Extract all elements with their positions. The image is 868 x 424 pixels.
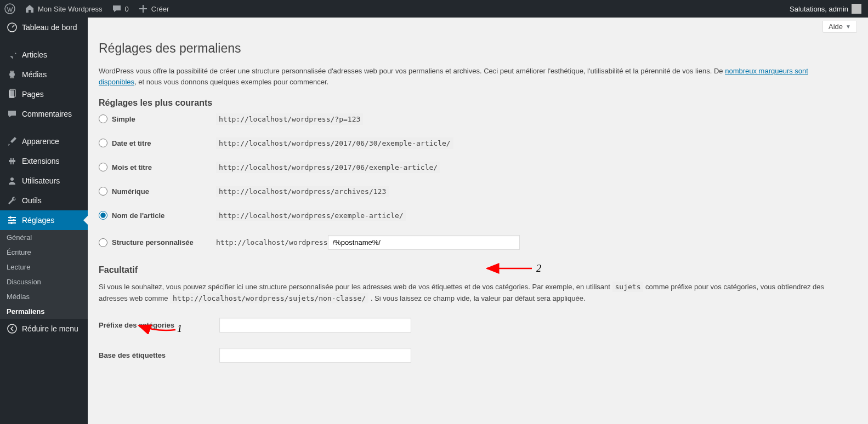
option-date: Date et titre http://localhost/wordpress… (99, 139, 857, 147)
sub-general[interactable]: Général (0, 230, 88, 245)
site-name: Mon Site Wordpress (38, 5, 103, 13)
menu-label: Médias (22, 70, 47, 79)
svg-point-8 (10, 222, 13, 224)
menu-label: Pages (22, 90, 44, 99)
tag-base-label: Base des étiquettes (99, 351, 219, 359)
menu-label: Apparence (22, 137, 59, 146)
users-icon (7, 175, 18, 186)
menu-label: Articles (22, 50, 47, 59)
optional-paragraph: Si vous le souhaitez, vous pouvez spécif… (99, 282, 833, 305)
menu-collapse[interactable]: Réduire le menu (0, 319, 88, 339)
media-icon (7, 69, 18, 80)
wrench-icon (7, 195, 18, 206)
dashboard-icon (7, 22, 18, 33)
radio-date[interactable] (99, 139, 107, 147)
create-label: Créer (151, 5, 169, 13)
option-label[interactable]: Simple (112, 115, 216, 123)
content-area: Aide ▼ Réglages des permaliens WordPress… (88, 18, 868, 424)
svg-point-6 (9, 216, 12, 219)
row-tag-base: Base des étiquettes (99, 348, 857, 363)
menu-label: Tableau de bord (22, 23, 77, 32)
category-prefix-input[interactable] (219, 318, 411, 333)
menu-appearance[interactable]: Apparence (0, 131, 88, 151)
option-month: Mois et titre http://localhost/wordpress… (99, 163, 857, 171)
option-label[interactable]: Structure personnalisée (112, 238, 216, 247)
svg-text:1: 1 (177, 323, 182, 334)
option-example: http://localhost/wordpress/archives/123 (216, 186, 389, 197)
comments-icon (7, 108, 18, 119)
opt-code-d: http://localhost/wordpress/sujets/non-cl… (170, 293, 368, 303)
radio-custom[interactable] (99, 238, 107, 247)
annotation-arrow-2: 2 (483, 262, 548, 275)
comments-link[interactable]: 0 (107, 0, 133, 18)
sliders-icon (7, 215, 18, 226)
option-example: http://localhost/wordpress/exemple-artic… (216, 210, 406, 221)
help-label: Aide (829, 22, 843, 31)
option-label[interactable]: Date et titre (112, 139, 216, 147)
settings-submenu: Général Écriture Lecture Discussion Médi… (0, 230, 88, 319)
common-heading: Réglages les plus courants (99, 98, 857, 108)
brush-icon (7, 136, 18, 147)
menu-tools[interactable]: Outils (0, 191, 88, 210)
menu-plugins[interactable]: Extensions (0, 151, 88, 171)
admin-toolbar: Mon Site Wordpress 0 Créer Salutations, … (0, 0, 868, 18)
row-category-prefix: Préfixe des catégories (99, 318, 857, 333)
option-label[interactable]: Nom de l'article (112, 211, 216, 220)
intro-paragraph: WordPress vous offre la possibilité de c… (99, 66, 833, 87)
svg-point-9 (8, 324, 16, 333)
svg-point-5 (10, 177, 14, 181)
menu-media[interactable]: Médias (0, 65, 88, 84)
help-tab[interactable]: Aide ▼ (822, 21, 857, 33)
opt-text-a: Si vous le souhaitez, vous pouvez spécif… (99, 283, 612, 291)
menu-dashboard[interactable]: Tableau de bord (0, 18, 88, 37)
menu-pages[interactable]: Pages (0, 84, 88, 104)
option-example: http://localhost/wordpress/2017/06/exemp… (216, 162, 440, 173)
option-custom: Structure personnalisée http://localhost… (99, 235, 857, 250)
site-name-link[interactable]: Mon Site Wordpress (20, 0, 107, 18)
sub-media[interactable]: Médias (0, 289, 88, 304)
menu-label: Réglages (22, 216, 54, 225)
radio-month[interactable] (99, 163, 107, 171)
plugin-icon (7, 156, 18, 167)
radio-simple[interactable] (99, 114, 107, 123)
menu-label: Utilisateurs (22, 176, 60, 185)
menu-label: Extensions (22, 157, 59, 165)
tag-base-input[interactable] (219, 348, 411, 363)
wp-logo[interactable] (0, 0, 20, 18)
sub-writing[interactable]: Écriture (0, 245, 88, 260)
menu-label: Outils (22, 196, 42, 205)
custom-prefix: http://localhost/wordpress (216, 238, 328, 247)
sub-reading[interactable]: Lecture (0, 260, 88, 274)
pin-icon (7, 49, 18, 60)
option-example: http://localhost/wordpress/2017/06/30/ex… (216, 137, 453, 149)
svg-point-2 (9, 72, 15, 77)
option-example: http://localhost/wordpress/?p=123 (216, 113, 363, 125)
menu-posts[interactable]: Articles (0, 45, 88, 65)
avatar[interactable] (852, 4, 861, 14)
menu-label: Réduire le menu (22, 324, 78, 333)
greeting-text[interactable]: Salutations, admin (790, 5, 848, 13)
radio-numeric[interactable] (99, 187, 107, 196)
page-title: Réglages des permaliens (99, 36, 857, 58)
option-postname: Nom de l'article http://localhost/wordpr… (99, 211, 857, 220)
create-new-link[interactable]: Créer (133, 0, 174, 18)
menu-label: Commentaires (22, 110, 72, 118)
custom-structure-input[interactable] (328, 235, 520, 250)
svg-point-7 (13, 219, 15, 221)
menu-settings[interactable]: Réglages (0, 210, 88, 230)
admin-sidebar: Tableau de bord Articles Médias Pages Co… (0, 18, 88, 424)
option-label[interactable]: Mois et titre (112, 163, 216, 171)
home-icon (24, 3, 35, 14)
comment-icon (111, 3, 122, 14)
option-simple: Simple http://localhost/wordpress/?p=123 (99, 114, 857, 123)
radio-postname[interactable] (99, 211, 107, 220)
sub-permalinks[interactable]: Permaliens (0, 304, 88, 319)
menu-users[interactable]: Utilisateurs (0, 171, 88, 191)
plus-icon (138, 3, 149, 14)
menu-comments[interactable]: Commentaires (0, 104, 88, 124)
option-label[interactable]: Numérique (112, 187, 216, 196)
annotation-arrow-1: 1 (134, 320, 184, 334)
chevron-down-icon: ▼ (846, 24, 851, 30)
sub-discussion[interactable]: Discussion (0, 274, 88, 289)
svg-text:2: 2 (536, 263, 541, 274)
